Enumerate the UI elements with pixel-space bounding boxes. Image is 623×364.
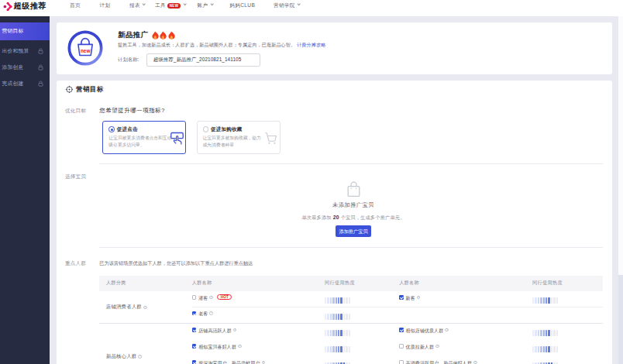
page-scrollbar[interactable] — [618, 16, 623, 364]
sidebar-step-2[interactable]: 添加创意 — [0, 60, 50, 76]
checkbox-checked-icon[interactable] — [399, 328, 404, 332]
audience-name: 店铺高活跃人群 — [198, 328, 232, 335]
scrollbar-thumb[interactable] — [618, 275, 623, 364]
bag-icon — [346, 181, 361, 197]
info-icon[interactable]: ? — [473, 361, 477, 364]
heat-bar — [538, 297, 539, 304]
heat-bar — [548, 330, 549, 336]
checkbox-checked-icon[interactable] — [192, 328, 197, 332]
heat-bar — [338, 346, 339, 352]
heat-bar — [543, 346, 545, 352]
heat-bar — [546, 346, 547, 352]
info-icon[interactable]: ? — [209, 311, 213, 315]
plan-type-title: 新品推广 — [118, 30, 149, 40]
audience-option[interactable]: 店铺高活跃人群? — [192, 324, 325, 340]
info-icon[interactable]: ? — [445, 328, 449, 332]
audience-option[interactable]: 相似宝贝喜好人群? — [192, 340, 325, 356]
lock-icon — [38, 48, 43, 54]
wizard-sidebar: 营销目标 出价和预算 添加创意 完成创建 — [0, 16, 50, 364]
audience-option[interactable]: 潜客?HOT — [192, 291, 325, 307]
info-icon[interactable]: ? — [209, 296, 213, 300]
checkbox-checked-icon[interactable] — [192, 311, 197, 316]
radio-unselected-icon[interactable] — [203, 126, 208, 132]
nav-item-6[interactable]: 营销学院 — [274, 0, 300, 12]
info-icon[interactable]: ? — [138, 355, 142, 359]
nav-item-1[interactable]: 计划 — [100, 0, 111, 12]
heat-bar — [540, 346, 542, 352]
nav-item-4[interactable]: 账户 — [198, 0, 214, 12]
heat-bar — [553, 346, 555, 352]
heat-bar — [556, 330, 558, 336]
heat-indicator — [325, 314, 399, 320]
info-icon[interactable]: ? — [143, 306, 147, 310]
heat-bar — [330, 330, 332, 336]
heat-bar — [546, 330, 547, 336]
heat-bar — [543, 330, 545, 336]
audience-option[interactable]: 相似店铺优质人群? — [399, 324, 532, 340]
checkbox-unchecked-icon[interactable] — [399, 360, 404, 364]
heat-bar — [336, 314, 337, 320]
heat-bar — [340, 330, 342, 336]
plan-type-desc: 提效工具，加速新品成长：人群扩选，新品破圈外人群；专属定向，已逛新品心智。计费分… — [118, 42, 325, 49]
chevron-down-icon — [143, 2, 146, 6]
heat-bar — [543, 297, 545, 304]
info-icon[interactable]: ? — [417, 296, 421, 300]
heat-bar — [540, 330, 542, 336]
heat-bar — [336, 346, 337, 352]
nav-item-3[interactable]: 工具 NEW — [155, 0, 186, 12]
sidebar-step-1[interactable]: 出价和预算 — [0, 43, 50, 60]
checkbox-checked-icon[interactable] — [192, 360, 197, 364]
heat-bar — [338, 314, 339, 320]
sidebar-step-0[interactable]: 营销目标 — [0, 22, 50, 40]
audience-option[interactable]: 资深淘宝用户，新品尝鲜用户? — [192, 356, 325, 364]
nav-item-0[interactable]: 首页 — [70, 0, 81, 12]
plan-name-input[interactable]: 超级推荐_新品推广_20210821_141105 — [146, 53, 260, 67]
optimize-goal-label: 优化目标 — [65, 108, 86, 115]
heat-bar — [332, 346, 334, 352]
heat-bar — [556, 297, 558, 304]
audience-table-header: 人群分类 人群名称 同行使用热度 人群名称 同行使用热度 — [99, 276, 603, 292]
heat-indicator — [532, 297, 603, 304]
billing-share-link[interactable]: 计费分摊攻略 — [297, 42, 325, 47]
empty-hint: 单次最多添加 20 个宝贝，生成多个推广单元。 — [102, 215, 605, 221]
audience-name: 老客 — [198, 311, 208, 318]
heat-indicator — [325, 330, 399, 336]
audience-option[interactable]: 老客? — [192, 307, 325, 324]
info-icon[interactable]: ? — [262, 361, 266, 364]
sidebar-step-3[interactable]: 完成创建 — [0, 76, 50, 92]
option-card-promote-cart[interactable]: 促进加购收藏 让宝贝更多被加购收藏，助力成为消费者种草 — [197, 121, 281, 154]
heat-bar — [338, 330, 339, 336]
section-divider — [99, 163, 603, 164]
audience-option[interactable]: 高消费活跃用户，新品偏好人群? — [399, 356, 532, 364]
checkbox-checked-icon[interactable] — [192, 344, 197, 349]
info-icon[interactable]: ? — [435, 345, 439, 349]
nav-item-5[interactable]: 妈妈CLUB — [230, 0, 256, 12]
info-icon[interactable]: ? — [233, 328, 237, 332]
audience-option[interactable]: 优质拉新人群? — [399, 340, 532, 356]
nav-item-label: 计划 — [100, 2, 111, 9]
info-icon[interactable]: ? — [238, 345, 242, 349]
nav-item-2[interactable]: 报表 — [129, 0, 146, 12]
option-card-promote-click[interactable]: 促进点击 让宝贝被更多消费者点击和互动，吸引更多访问量。 — [102, 121, 186, 154]
heat-bar — [532, 297, 534, 304]
heat-bar — [325, 330, 326, 336]
audience-category: 新品核心人群 — [106, 353, 137, 360]
heat-bar — [325, 346, 326, 352]
lock-icon — [38, 81, 43, 87]
checkbox-unchecked-icon[interactable] — [192, 295, 197, 300]
heat-bar — [343, 297, 345, 304]
checkbox-checked-icon[interactable] — [399, 295, 404, 300]
checkbox-unchecked-icon[interactable] — [399, 344, 404, 349]
sidebar-step-label: 添加创意 — [2, 64, 24, 71]
heat-bar — [325, 297, 326, 304]
heat-bar — [551, 297, 552, 304]
radio-selected-icon[interactable] — [108, 126, 114, 132]
add-goods-button[interactable]: 添加推广宝贝 — [336, 225, 371, 237]
cart-icon — [264, 132, 277, 144]
audience-row: 潜客?HOT新客? — [192, 291, 604, 307]
nav-item-label: 首页 — [70, 2, 81, 9]
section-divider — [99, 247, 603, 248]
audience-option[interactable]: 新客? — [399, 291, 532, 307]
heat-bar — [330, 346, 332, 352]
heat-bar — [551, 346, 552, 352]
